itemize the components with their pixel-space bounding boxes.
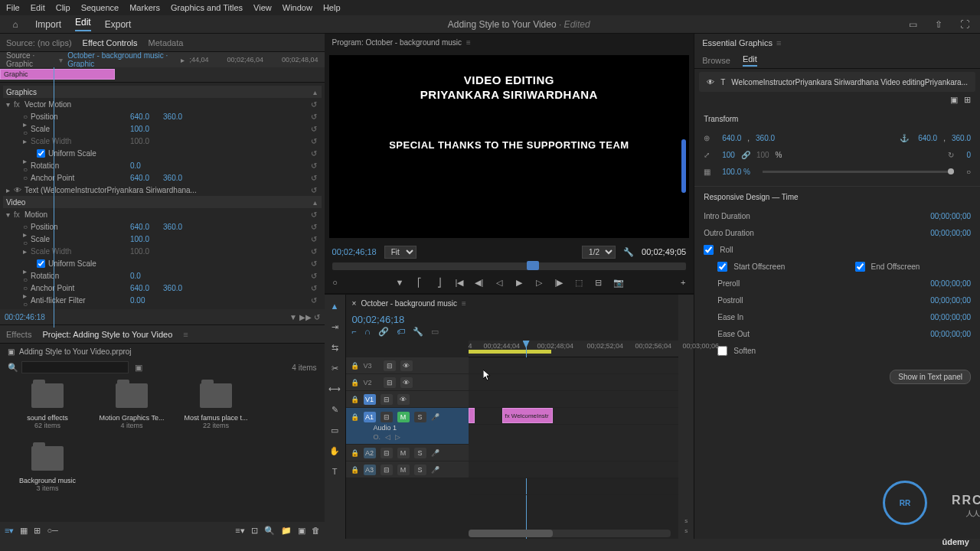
timeline-clip-welcome[interactable]: fxWelcomeInstr: [502, 408, 553, 423]
trash-icon[interactable]: 🗑: [312, 526, 320, 536]
ec-scale[interactable]: ▸ ○Scale100.0↺: [3, 122, 322, 135]
work-area-bar[interactable]: [469, 350, 551, 354]
menu-edit[interactable]: Edit: [31, 3, 45, 12]
step-fwd-icon[interactable]: |▶: [553, 276, 565, 289]
ec-playhead[interactable]: [54, 67, 54, 328]
tab-metadata[interactable]: Metadata: [149, 38, 184, 47]
ripple-edit-tool-icon[interactable]: ⇆: [328, 341, 341, 354]
roll-scrollbar[interactable]: [681, 139, 686, 193]
program-resolution-select[interactable]: 1/2: [582, 246, 616, 259]
program-tc-current[interactable]: 00;02;46;18: [332, 247, 377, 256]
go-to-in-icon[interactable]: |◀: [453, 276, 466, 289]
lift-icon[interactable]: ⬚: [573, 276, 585, 289]
find-icon[interactable]: 🔍: [264, 526, 275, 536]
maximize-icon[interactable]: ⛶: [959, 18, 971, 31]
snap-icon[interactable]: ⌐: [352, 327, 357, 341]
ec-anchor-point[interactable]: ○Anchor Point640.0360.0↺: [3, 171, 322, 184]
tab-source[interactable]: Source: (no clips): [6, 38, 72, 47]
menu-sequence[interactable]: Sequence: [81, 3, 119, 12]
ec-anti-flicker[interactable]: ▸ ○Anti-flicker Filter0.00↺: [3, 294, 322, 306]
bin-sound-effects[interactable]: sound effects62 items: [14, 383, 81, 429]
magnet-icon[interactable]: ∩: [364, 327, 371, 341]
tab-project[interactable]: Project: Adding Style to Your Video: [42, 330, 172, 339]
type-tool-icon[interactable]: T: [328, 465, 341, 478]
ec-mini-clip[interactable]: Graphic: [0, 69, 115, 80]
sort-icon[interactable]: ≡▾: [235, 526, 244, 536]
linked-sel-icon[interactable]: 🔗: [378, 327, 389, 341]
tab-effects[interactable]: Effects: [6, 330, 31, 339]
project-search-input[interactable]: [21, 361, 129, 373]
eg-preroll[interactable]: Preroll00;00;00;00: [704, 275, 971, 292]
slip-tool-icon[interactable]: ⟷: [328, 382, 341, 396]
track-select-tool-icon[interactable]: ⇥: [328, 320, 341, 334]
eg-roll[interactable]: Roll: [704, 241, 971, 258]
program-scrub-bar[interactable]: [332, 262, 687, 270]
eg-opacity-row[interactable]: ▦100.0 %○: [704, 163, 971, 180]
bin-famous-places[interactable]: Most famus place t...22 items: [182, 383, 250, 429]
timeline-track-area[interactable]: fxWelcomeInstr: [469, 357, 679, 478]
mark-in-icon[interactable]: ⎡: [413, 276, 426, 289]
ec-motion-rotation[interactable]: ▸ ○Rotation0.0↺: [3, 269, 322, 282]
rectangle-tool-icon[interactable]: ▭: [328, 423, 341, 437]
ec-uniform-scale[interactable]: Uniform Scale↺: [3, 147, 322, 159]
eg-ease-out[interactable]: Ease Out00;00;00;00: [704, 325, 971, 342]
workspace-edit[interactable]: Edit: [75, 17, 91, 31]
menu-help[interactable]: Help: [323, 3, 341, 12]
timeline-h-scroll[interactable]: [469, 530, 671, 537]
pen-tool-icon[interactable]: ✎: [328, 403, 341, 416]
show-in-text-panel-button[interactable]: Show in Text panel: [890, 370, 971, 384]
ec-opacity[interactable]: ▾fxOpacity↺: [3, 306, 322, 309]
menu-clip[interactable]: Clip: [56, 3, 70, 12]
menu-markers[interactable]: Markers: [129, 3, 160, 12]
eg-scale-row[interactable]: ⤢100🔗100%↻0: [704, 146, 971, 163]
eye-icon[interactable]: 👁: [707, 78, 714, 86]
eg-end-offscreen[interactable]: [855, 262, 865, 272]
timeline-ruler[interactable]: 4 00;02;44;04 00;02;48;04 00;02;52;04 00…: [469, 341, 679, 357]
eg-soften[interactable]: Soften: [704, 342, 971, 359]
track-v3-header[interactable]: 🔒V3⊟👁: [346, 357, 469, 374]
selection-tool-icon[interactable]: ▲: [328, 299, 341, 313]
close-seq-icon[interactable]: ×: [352, 299, 357, 308]
ec-motion-anchor[interactable]: ○Anchor Point640.0360.0↺: [3, 282, 322, 294]
track-a1-header[interactable]: 🔒A1⊟MS🎤 Audio 1 O.◁▷: [346, 408, 469, 445]
step-back-icon[interactable]: ◀|: [473, 276, 485, 289]
bin-motion-graphics[interactable]: Motion Graphics Te...4 items: [98, 383, 165, 429]
share-icon[interactable]: ⇧: [933, 18, 945, 31]
zoom-slider[interactable]: ○─: [47, 526, 57, 535]
quick-export-icon[interactable]: ▭: [906, 18, 919, 31]
new-bin-icon[interactable]: ▣: [135, 363, 142, 373]
add-marker-icon[interactable]: ▼: [394, 276, 406, 289]
menu-window[interactable]: Window: [283, 3, 312, 12]
menu-graphics[interactable]: Graphics and Titles: [171, 3, 243, 12]
bin-background-music[interactable]: Background music3 items: [14, 446, 81, 492]
wrench-icon[interactable]: 🔧: [623, 247, 634, 257]
button-editor-icon[interactable]: +: [677, 276, 689, 289]
ec-motion[interactable]: ▾fxMotion↺: [3, 208, 322, 220]
ec-video-header[interactable]: Video▴: [3, 196, 322, 208]
menu-file[interactable]: File: [6, 3, 20, 12]
new-item-btn[interactable]: ▣: [298, 526, 305, 536]
mark-out-icon[interactable]: ⎦: [433, 276, 446, 289]
play-icon[interactable]: ▶: [513, 276, 525, 289]
track-a3-header[interactable]: 🔒A3⊟MS🎤: [346, 461, 469, 478]
track-a2-header[interactable]: 🔒A2⊟MS🎤: [346, 445, 469, 461]
timeline-timecode[interactable]: 00;02;46;18: [346, 311, 679, 327]
timeline-sequence-name[interactable]: October - background music: [361, 299, 457, 308]
eg-position-row[interactable]: ⊕640.0,360.0⚓640.0,360.0: [704, 129, 971, 146]
ec-mini-timeline[interactable]: Graphic: [0, 67, 325, 83]
razor-tool-icon[interactable]: ✂: [328, 361, 341, 375]
ec-text-layer[interactable]: ▸👁Text (WelcomeInstructorPriyankara Siri…: [3, 184, 322, 196]
eg-tab-edit[interactable]: Edit: [743, 54, 757, 67]
timeline-clip-small[interactable]: [469, 408, 475, 423]
settings-icon[interactable]: ○: [329, 276, 341, 289]
workspace-export[interactable]: Export: [105, 19, 132, 30]
wrench2-icon[interactable]: 🔧: [413, 327, 423, 341]
ec-sequence-link[interactable]: October - background music · Graphic: [67, 51, 176, 68]
freeform-view-icon[interactable]: ⊞: [34, 526, 41, 536]
menu-view[interactable]: View: [253, 3, 272, 12]
track-v2-header[interactable]: 🔒V2⊟👁: [346, 374, 469, 391]
eg-postroll[interactable]: Postroll00;00;00;00: [704, 292, 971, 308]
icon-view-icon[interactable]: ▦: [20, 526, 28, 536]
ec-timecode[interactable]: 00:02:46:18: [5, 313, 45, 321]
ec-motion-scale[interactable]: ▸ ○Scale100.0↺: [3, 233, 322, 245]
